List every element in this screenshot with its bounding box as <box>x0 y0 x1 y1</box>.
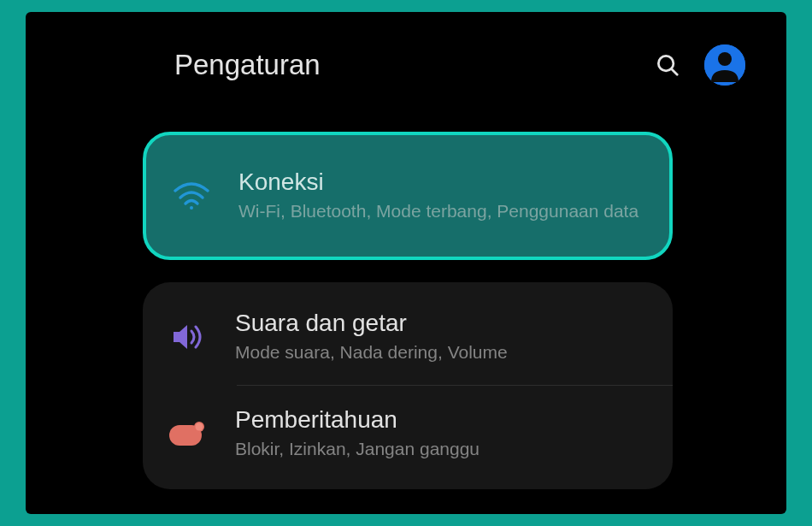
item-subtitle: Mode suara, Nada dering, Volume <box>235 340 508 364</box>
item-title: Suara dan getar <box>235 310 508 337</box>
search-icon[interactable] <box>655 52 680 78</box>
item-text: Pemberitahuan Blokir, Izinkan, Jangan ga… <box>235 406 480 461</box>
page-title: Pengaturan <box>174 49 321 81</box>
svg-line-1 <box>672 69 678 75</box>
settings-group: Suara dan getar Mode suara, Nada dering,… <box>143 282 673 489</box>
wifi-icon <box>172 182 211 210</box>
header: Pengaturan <box>26 12 786 86</box>
item-title: Pemberitahuan <box>235 406 480 434</box>
settings-item-notifications[interactable]: Pemberitahuan Blokir, Izinkan, Jangan ga… <box>143 386 673 482</box>
svg-point-3 <box>718 52 732 66</box>
settings-item-connections[interactable]: Koneksi Wi-Fi, Bluetooth, Mode terbang, … <box>143 132 673 260</box>
header-actions <box>655 44 745 86</box>
settings-item-sound[interactable]: Suara dan getar Mode suara, Nada dering,… <box>143 289 673 385</box>
item-text: Suara dan getar Mode suara, Nada dering,… <box>235 310 508 364</box>
item-subtitle: Wi-Fi, Bluetooth, Mode terbang, Pengguna… <box>238 199 638 223</box>
account-avatar[interactable] <box>704 44 745 86</box>
svg-point-7 <box>196 423 203 430</box>
item-subtitle: Blokir, Izinkan, Jangan ganggu <box>235 437 480 461</box>
sound-icon <box>168 322 208 352</box>
item-title: Koneksi <box>238 168 638 196</box>
item-text: Koneksi Wi-Fi, Bluetooth, Mode terbang, … <box>238 168 638 223</box>
settings-screen: Pengaturan <box>26 12 786 514</box>
svg-point-4 <box>190 206 193 210</box>
notification-icon <box>168 422 208 447</box>
